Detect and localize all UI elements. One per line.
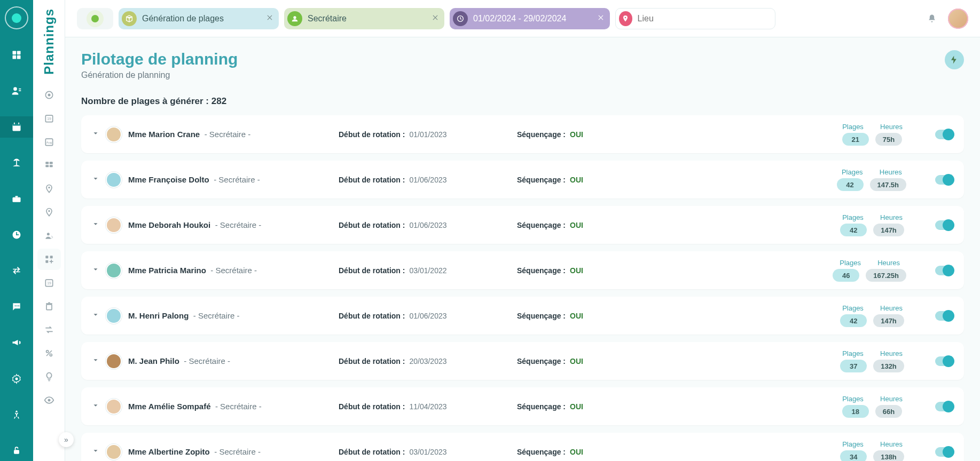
sec-nav-blocks[interactable] [37, 155, 61, 176]
enable-toggle[interactable] [935, 175, 953, 185]
sec-nav-location2[interactable] [37, 202, 61, 223]
expand-toggle[interactable] [92, 402, 99, 411]
sec-nav-day[interactable]: 19 [37, 108, 61, 129]
sec-nav-bulb[interactable] [37, 366, 61, 387]
enable-toggle[interactable] [935, 130, 953, 139]
filter-location-input[interactable] [638, 14, 770, 23]
heures-header: Heures [876, 304, 906, 312]
sec-nav-day2[interactable]: 19 [37, 272, 61, 293]
expand-toggle[interactable] [92, 266, 99, 275]
person-avatar [107, 173, 121, 187]
sec-nav-user-edit[interactable] [37, 225, 61, 247]
svg-rect-2 [13, 55, 17, 59]
expand-toggle[interactable] [92, 447, 99, 457]
enable-toggle[interactable] [935, 311, 953, 321]
svg-rect-1 [17, 51, 21, 55]
sidebar-section-label: Plannings [42, 9, 57, 75]
sec-nav-overview[interactable] [37, 84, 61, 106]
nav-swap[interactable] [0, 260, 33, 281]
person-row: Mme Deborah Houkoi - Secrétaire - Début … [81, 206, 964, 244]
page-subtitle: Génération de planning [81, 70, 238, 80]
heures-badge: 132h [873, 360, 904, 372]
rotation-value: 03/01/2023 [409, 448, 446, 456]
plages-badge: 42 [840, 224, 867, 236]
expand-toggle[interactable] [92, 356, 99, 366]
sec-nav-eye[interactable] [37, 390, 61, 411]
nav-briefcase[interactable] [0, 188, 33, 209]
filter-date[interactable]: 01/02/2024 - 29/02/2024 [450, 8, 610, 29]
plages-header: Plages [838, 440, 868, 448]
rotation-value: 20/03/2023 [409, 357, 446, 365]
svg-point-48 [293, 16, 296, 19]
nav-megaphone[interactable] [0, 332, 33, 353]
page-title: Pilotage de planning [81, 50, 238, 68]
sidebar-expand-button[interactable]: » [59, 432, 74, 447]
nav-unlock[interactable] [0, 440, 33, 461]
expand-toggle[interactable] [92, 175, 99, 185]
expand-toggle[interactable] [92, 130, 99, 139]
expand-toggle[interactable] [92, 220, 99, 230]
filter-date-clear[interactable] [597, 14, 605, 23]
svg-point-44 [46, 350, 48, 352]
chevron-down-icon [92, 402, 99, 409]
filter-generation-clear[interactable] [266, 14, 273, 23]
heures-header: Heures [876, 440, 906, 448]
nav-settings[interactable] [0, 368, 33, 389]
sequencing-value: OUI [570, 448, 583, 456]
svg-point-18 [17, 305, 18, 306]
chevron-down-icon [92, 220, 99, 228]
nav-person[interactable] [0, 81, 33, 101]
bolt-icon [950, 55, 959, 65]
person-name: Mme Albertine Zopito [128, 447, 210, 456]
person-name: Mme Amélie Sompafé [128, 402, 211, 411]
top-filter-bar: Génération de plages Secrétaire 01/02/20… [65, 0, 980, 37]
heures-header: Heures [876, 349, 906, 357]
rotation-value: 03/01/2022 [409, 266, 446, 275]
chevron-down-icon [92, 356, 99, 364]
svg-point-34 [48, 210, 50, 212]
filter-generation-label: Génération de plages [142, 14, 224, 23]
enable-toggle[interactable] [935, 220, 953, 230]
person-role: - Secrétaire - [214, 175, 260, 184]
sec-nav-percent[interactable] [37, 343, 61, 364]
plages-badge: 18 [842, 405, 869, 418]
sec-nav-grid-plus[interactable] [37, 249, 61, 270]
person-role: - Secrétaire - [214, 447, 261, 456]
person-name: M. Jean Philo [128, 356, 179, 365]
expand-toggle[interactable] [92, 311, 99, 321]
person-role: - Secrétaire - [215, 220, 262, 229]
nav-dashboard[interactable] [0, 44, 33, 65]
filter-role[interactable]: Secrétaire [284, 8, 444, 29]
enable-toggle[interactable] [935, 356, 953, 366]
svg-rect-12 [13, 197, 21, 202]
sec-nav-swap2[interactable] [37, 319, 61, 340]
sec-nav-trash[interactable] [37, 296, 61, 317]
current-user-avatar[interactable] [948, 9, 968, 29]
rotation-value: 01/06/2023 [409, 221, 446, 229]
plages-badge: 42 [840, 314, 867, 327]
nav-clock[interactable] [0, 224, 33, 245]
filter-location[interactable] [615, 8, 775, 29]
nav-vacation[interactable] [0, 153, 33, 173]
plages-badge: 37 [840, 360, 867, 372]
notifications-button[interactable] [921, 8, 943, 29]
nav-activity[interactable] [0, 404, 33, 425]
filter-role-clear[interactable] [432, 14, 439, 23]
primary-sidebar [0, 0, 33, 461]
plages-header: Plages [837, 168, 867, 176]
enable-toggle[interactable] [935, 402, 953, 411]
sec-nav-location[interactable] [37, 178, 61, 200]
enable-toggle[interactable] [935, 266, 953, 275]
nav-calendar[interactable] [0, 116, 33, 137]
svg-rect-8 [13, 124, 21, 125]
enable-toggle[interactable] [935, 447, 953, 457]
nav-chat[interactable] [0, 296, 33, 317]
svg-rect-36 [45, 256, 48, 258]
person-name: Mme Patricia Marino [128, 266, 206, 275]
filter-generation[interactable]: Génération de plages [119, 8, 279, 29]
person-avatar [107, 309, 121, 323]
rotation-label: Début de rotation : [339, 312, 405, 320]
sec-nav-month[interactable]: Aug [37, 131, 61, 153]
generate-button[interactable] [945, 50, 964, 69]
bell-icon [927, 13, 937, 24]
